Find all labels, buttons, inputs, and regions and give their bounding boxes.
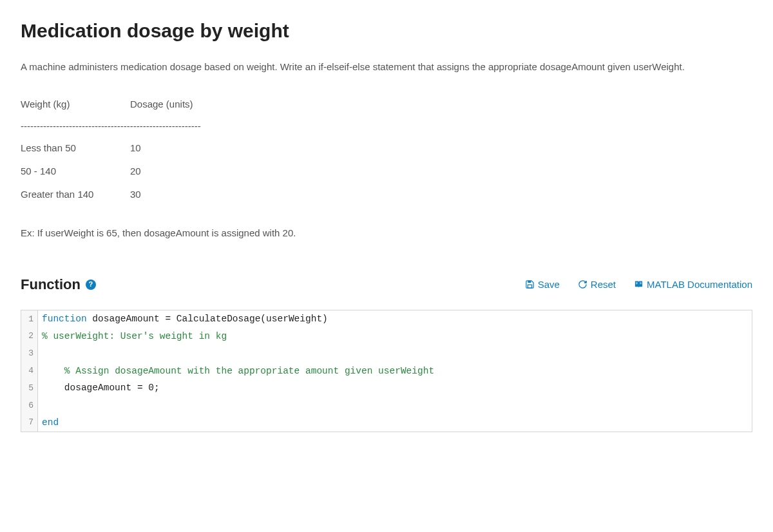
problem-description: A machine administers medication dosage … xyxy=(21,59,752,75)
table-cell-weight: 50 - 140 xyxy=(21,164,130,179)
code-content[interactable] xyxy=(38,345,48,363)
code-content[interactable]: end xyxy=(38,414,59,432)
page-title: Medication dosage by weight xyxy=(21,15,752,46)
svg-rect-1 xyxy=(528,285,531,288)
save-label: Save xyxy=(538,277,560,292)
code-line[interactable]: 7end xyxy=(21,414,752,432)
table-cell-dosage: 30 xyxy=(130,187,220,202)
svg-rect-3 xyxy=(636,283,638,284)
svg-rect-0 xyxy=(528,281,531,283)
table-row: Less than 50 10 xyxy=(21,137,752,160)
table-header-weight: Weight (kg) xyxy=(21,97,130,112)
table-header-dosage: Dosage (units) xyxy=(130,97,220,112)
save-icon xyxy=(525,280,535,289)
example-text: Ex: If userWeight is 65, then dosageAmou… xyxy=(21,225,752,241)
table-cell-weight: Greater than 140 xyxy=(21,187,130,202)
line-number: 6 xyxy=(21,397,38,414)
code-line[interactable]: 4 % Assign dosageAmount with the appropr… xyxy=(21,363,752,380)
reset-label: Reset xyxy=(591,277,616,292)
code-content[interactable]: dosageAmount = 0; xyxy=(38,379,160,397)
reset-icon xyxy=(578,280,587,289)
code-editor[interactable]: 1function dosageAmount = CalculateDosage… xyxy=(21,310,752,432)
table-row: 50 - 140 20 xyxy=(21,160,752,183)
svg-rect-4 xyxy=(640,282,642,283)
dosage-table: Weight (kg) Dosage (units) -------------… xyxy=(21,93,752,206)
section-header: Function ? Save Reset xyxy=(21,273,752,296)
table-header-row: Weight (kg) Dosage (units) xyxy=(21,93,752,116)
table-cell-dosage: 10 xyxy=(130,140,220,156)
table-row: Greater than 140 30 xyxy=(21,183,752,206)
line-number: 7 xyxy=(21,414,38,432)
line-number: 3 xyxy=(21,345,38,363)
svg-rect-2 xyxy=(636,282,638,283)
line-number: 2 xyxy=(21,328,38,345)
code-line[interactable]: 1function dosageAmount = CalculateDosage… xyxy=(21,310,752,328)
code-line[interactable]: 2% userWeight: User's weight in kg xyxy=(21,328,752,345)
table-divider: ----------------------------------------… xyxy=(21,119,752,134)
line-number: 4 xyxy=(21,363,38,380)
save-button[interactable]: Save xyxy=(525,277,560,292)
line-number: 1 xyxy=(21,310,38,328)
documentation-label: MATLAB Documentation xyxy=(647,277,752,292)
code-content[interactable]: % Assign dosageAmount with the appropria… xyxy=(38,363,434,380)
book-icon xyxy=(634,280,644,289)
table-cell-weight: Less than 50 xyxy=(21,140,130,156)
code-content[interactable] xyxy=(38,397,48,414)
code-line[interactable]: 5 dosageAmount = 0; xyxy=(21,379,752,397)
code-content[interactable]: % userWeight: User's weight in kg xyxy=(38,328,227,345)
code-line[interactable]: 6 xyxy=(21,397,752,414)
help-icon[interactable]: ? xyxy=(86,280,96,290)
reset-button[interactable]: Reset xyxy=(578,277,616,292)
code-content[interactable]: function dosageAmount = CalculateDosage(… xyxy=(38,310,328,328)
documentation-link[interactable]: MATLAB Documentation xyxy=(634,277,752,292)
section-heading: Function xyxy=(21,273,81,296)
line-number: 5 xyxy=(21,379,38,397)
svg-rect-5 xyxy=(640,283,642,284)
code-line[interactable]: 3 xyxy=(21,345,752,363)
table-cell-dosage: 20 xyxy=(130,164,220,179)
